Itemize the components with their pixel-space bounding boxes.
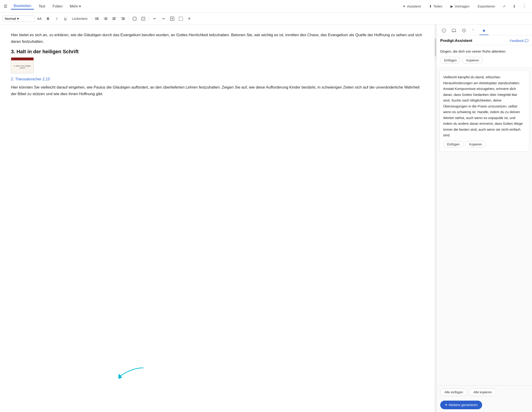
svg-rect-17 xyxy=(122,19,125,20)
redo-button[interactable]: ↪ xyxy=(160,15,167,23)
alle-kopieren-button[interactable]: Alle kopieren xyxy=(469,388,496,396)
svg-rect-14 xyxy=(113,19,116,20)
svg-rect-12 xyxy=(113,18,116,18)
share-icon: ⬆ xyxy=(429,4,432,9)
svg-rect-1 xyxy=(96,19,99,19)
panel-tab-history[interactable] xyxy=(459,26,468,35)
panel-tab-ai[interactable] xyxy=(479,26,488,35)
feedback-label: Feedback xyxy=(510,39,524,43)
scripture-reference[interactable]: 2. Thessalonicher 2,15 xyxy=(11,77,424,82)
nav-tab-bearbeiten[interactable]: Bearbeiten xyxy=(11,3,34,9)
alle-einfuegen-button[interactable]: Alle einfügen xyxy=(440,388,467,396)
card1-text: Dingen, die dich von seiner Ruhe ablenke… xyxy=(440,49,528,54)
question-box-button[interactable]: ? xyxy=(139,15,147,23)
card1-kopieren-button[interactable]: Kopieren xyxy=(462,57,483,64)
align-right-button[interactable] xyxy=(119,15,127,23)
vortragen-button[interactable]: ▶ Vortragen xyxy=(447,3,473,10)
scrollbar-thumb[interactable] xyxy=(435,38,436,56)
content-card-2: Vielleicht kämpfst du damit, ethischen H… xyxy=(439,70,529,152)
svg-text:?: ? xyxy=(142,18,144,20)
right-panel: i " Predigt-Assistent Feedback xyxy=(436,25,532,412)
info-icon-button[interactable]: ℹ xyxy=(510,2,518,10)
hamburger-icon[interactable]: ☰ xyxy=(4,4,7,9)
svg-rect-13 xyxy=(113,19,115,19)
panel-header: Predigt-Assistent Feedback xyxy=(437,35,532,45)
svg-point-5 xyxy=(95,19,96,20)
align-left-button[interactable] xyxy=(110,15,118,23)
svg-point-3 xyxy=(95,17,96,18)
generate-button[interactable]: ✦ Weitere generieren xyxy=(440,401,482,409)
check-icon-button[interactable]: ✓ xyxy=(500,2,508,10)
slide-thumb-bar xyxy=(11,58,33,60)
more-icon-button[interactable]: ⋮ xyxy=(520,2,528,10)
ordered-list-button[interactable]: 123 xyxy=(102,15,110,23)
panel-title: Predigt-Assistent xyxy=(440,38,510,43)
collapse-button[interactable] xyxy=(177,15,185,23)
slide-thumbnail[interactable]: 3. Halt in der heiligen Schrift xyxy=(11,57,34,73)
section-heading: 3. Halt in der heiligen Schrift xyxy=(11,49,424,55)
card2-actions: Einfügen Kopieren xyxy=(443,141,525,148)
exportieren-button[interactable]: Exportieren xyxy=(474,3,498,9)
card2-kopieren-button[interactable]: Kopieren xyxy=(465,141,486,148)
panel-bottom-actions: Alle einfügen Alle kopieren xyxy=(437,385,532,399)
svg-rect-6 xyxy=(105,18,107,18)
card1-actions: Einfügen Kopieren xyxy=(440,57,528,64)
lueckentext-button[interactable]: Lückentext xyxy=(70,16,89,21)
teilen-button[interactable]: ⬆ Teilen xyxy=(426,3,446,10)
generate-button-row: ✦ Weitere generieren xyxy=(437,399,532,412)
card2-text: Vielleicht kämpfst du damit, ethischen H… xyxy=(443,74,525,138)
main-area: Hier bietet es sich an, zu erklären, wie… xyxy=(0,25,532,412)
clear-format-button[interactable]: ✕ xyxy=(186,15,193,23)
svg-rect-22 xyxy=(179,17,183,20)
panel-content: Dingen, die dich von seiner Ruhe ablenke… xyxy=(437,45,532,385)
toolbar-separator-1 xyxy=(91,16,91,21)
formatting-toolbar: Normal ▾ AA B I U Lückentext 123 ? ↩ ↪ ✕ xyxy=(0,13,532,25)
card2-einfuegen-button[interactable]: Einfügen xyxy=(443,141,464,148)
nav-tab-text[interactable]: Text xyxy=(36,3,48,9)
panel-tab-quotes[interactable]: " xyxy=(469,26,478,35)
panel-tabs: i " xyxy=(437,25,532,35)
style-dropdown[interactable]: Normal ▾ xyxy=(3,16,35,22)
editor-scrollbar[interactable] xyxy=(435,25,436,412)
more-icon: ⋮ xyxy=(522,4,526,9)
assistent-button[interactable]: ✦ Assistent xyxy=(399,3,424,10)
svg-point-4 xyxy=(95,18,96,19)
sparkle-icon: ✦ xyxy=(403,4,406,9)
bold-button[interactable]: B xyxy=(44,15,52,23)
info-icon: ℹ xyxy=(513,4,515,9)
feedback-link[interactable]: Feedback xyxy=(510,39,528,43)
present-icon: ▶ xyxy=(450,4,453,9)
undo-button[interactable]: ↩ xyxy=(151,15,159,23)
editor-pane[interactable]: Hier bietet es sich an, zu erklären, wie… xyxy=(0,25,435,412)
svg-rect-18 xyxy=(133,17,136,20)
slide-thumb-text: 3. Halt in der heiligen Schrift xyxy=(12,65,33,69)
svg-rect-0 xyxy=(96,18,99,18)
box-button[interactable] xyxy=(131,15,138,23)
nav-tab-folien[interactable]: Folien xyxy=(50,3,65,9)
underline-button[interactable]: U xyxy=(61,15,69,23)
style-label: Normal xyxy=(5,17,16,20)
body-paragraph: Hier könnten Sie vielleicht darauf einge… xyxy=(11,84,424,97)
svg-rect-8 xyxy=(105,19,107,20)
panel-tab-info[interactable]: i xyxy=(439,26,448,35)
check-icon: ✓ xyxy=(503,4,506,9)
toolbar-separator-3 xyxy=(149,16,149,21)
svg-text:": " xyxy=(472,29,474,32)
top-navigation: ☰ Bearbeiten Text Folien Mehr ▾ ✦ Assist… xyxy=(0,0,532,13)
font-size-button[interactable]: AA xyxy=(36,15,43,23)
panel-tab-slides[interactable] xyxy=(449,26,458,35)
unordered-list-button[interactable] xyxy=(93,15,101,23)
chevron-down-icon: ▾ xyxy=(17,17,19,21)
nav-tab-mehr[interactable]: Mehr ▾ xyxy=(67,3,84,9)
arrow-annotation xyxy=(118,365,146,380)
svg-rect-2 xyxy=(96,19,99,20)
svg-text:i: i xyxy=(444,29,444,32)
svg-rect-7 xyxy=(105,19,107,19)
toolbar-separator-2 xyxy=(129,16,129,21)
intro-paragraph: Hier bietet es sich an, zu erklären, wie… xyxy=(11,32,424,45)
italic-button[interactable]: I xyxy=(53,15,61,23)
expand-button[interactable] xyxy=(168,15,176,23)
card1-einfuegen-button[interactable]: Einfügen xyxy=(440,57,460,64)
svg-text:3: 3 xyxy=(104,19,104,20)
content-card-1: Dingen, die dich von seiner Ruhe ablenke… xyxy=(437,45,532,68)
